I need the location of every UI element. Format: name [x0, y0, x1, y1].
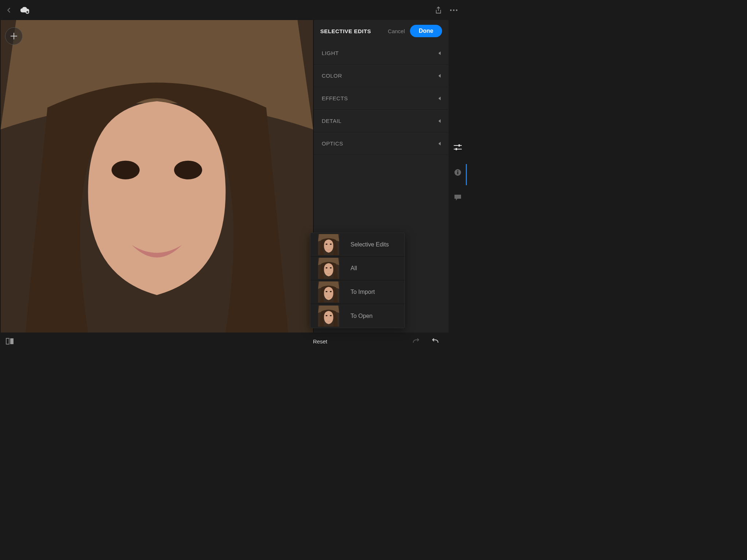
cloud-sync-icon[interactable]: [20, 7, 30, 14]
svg-rect-13: [10, 338, 13, 344]
reset-popup: Selective Edits All To Import To Open: [310, 233, 405, 328]
chevron-left-icon: [438, 74, 441, 78]
preview-thumb: [312, 234, 345, 255]
adjust-icon[interactable]: [454, 144, 462, 151]
reset-button[interactable]: Reset: [313, 338, 327, 345]
popup-item-to-import[interactable]: To Import: [310, 280, 405, 304]
more-icon[interactable]: [449, 9, 458, 12]
bottom-toolbar: Reset: [0, 332, 467, 350]
add-selection-button[interactable]: [5, 27, 23, 45]
chevron-left-icon: [438, 97, 441, 100]
popup-item-to-open[interactable]: To Open: [310, 304, 405, 328]
undo-icon[interactable]: [431, 338, 439, 344]
done-button[interactable]: Done: [410, 25, 442, 37]
section-optics[interactable]: OPTICS: [314, 132, 449, 155]
svg-point-10: [457, 170, 458, 171]
back-icon[interactable]: [6, 7, 12, 13]
preview-thumb: [312, 258, 345, 279]
compare-icon[interactable]: [6, 338, 14, 345]
right-rail: [449, 20, 467, 332]
section-color[interactable]: COLOR: [314, 65, 449, 87]
info-icon[interactable]: [454, 169, 461, 176]
preview-thumb: [312, 281, 345, 303]
chevron-left-icon: [438, 119, 441, 123]
svg-rect-7: [458, 144, 460, 147]
svg-point-4: [450, 9, 452, 11]
chevron-left-icon: [438, 51, 441, 55]
comments-icon[interactable]: [454, 194, 461, 201]
svg-point-6: [456, 9, 457, 11]
section-detail[interactable]: DETAIL: [314, 110, 449, 132]
preview-thumb: [312, 306, 345, 327]
svg-rect-12: [6, 338, 9, 344]
svg-rect-8: [456, 148, 457, 150]
popup-item-selective-edits[interactable]: Selective Edits: [310, 233, 405, 257]
chevron-left-icon: [438, 142, 441, 145]
share-icon[interactable]: [435, 6, 442, 14]
photo-canvas[interactable]: [0, 20, 314, 332]
edited-photo: [0, 20, 314, 332]
popup-item-all[interactable]: All: [310, 257, 405, 280]
section-effects[interactable]: EFFECTS: [314, 87, 449, 110]
svg-rect-11: [457, 172, 458, 174]
cancel-button[interactable]: Cancel: [388, 28, 405, 34]
section-light[interactable]: LIGHT: [314, 42, 449, 65]
redo-icon[interactable]: [412, 338, 420, 344]
top-toolbar: [0, 0, 467, 20]
svg-point-5: [453, 9, 454, 11]
active-tool-indicator: [466, 164, 467, 185]
panel-title: SELECTIVE EDITS: [320, 28, 383, 34]
